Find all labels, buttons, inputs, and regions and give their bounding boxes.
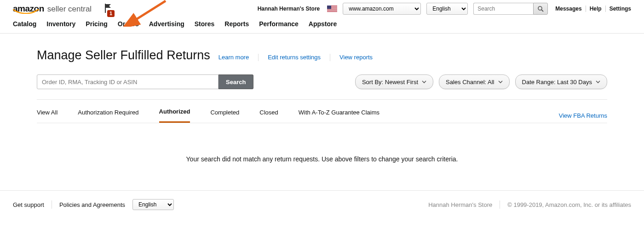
- marketplace-select[interactable]: www.amazon.com: [343, 3, 421, 15]
- settings-link[interactable]: Settings: [610, 6, 631, 12]
- nav-stores[interactable]: Stores: [195, 20, 215, 28]
- sort-by-dropdown[interactable]: Sort By: Newest First: [355, 74, 433, 89]
- tab-closed[interactable]: Closed: [259, 109, 278, 122]
- help-link[interactable]: Help: [590, 6, 602, 12]
- top-bar: amazon seller central 1 Hannah Herman's …: [0, 0, 644, 16]
- separator: [258, 54, 259, 61]
- separator: [330, 54, 330, 61]
- footer-copyright: © 1999-2019, Amazon.com, Inc. or its aff…: [507, 201, 631, 208]
- store-name: Hannah Herman's Store: [258, 6, 320, 12]
- nav-advertising[interactable]: Advertising: [149, 20, 184, 28]
- nav-inventory[interactable]: Inventory: [46, 20, 75, 28]
- global-search-input[interactable]: [473, 3, 533, 15]
- separator: [52, 200, 52, 209]
- date-range-label: Date Range: Last 30 Days: [522, 79, 592, 86]
- page-content: Manage Seller Fulfilled Returns Learn mo…: [18, 34, 626, 186]
- nav-reports[interactable]: Reports: [224, 20, 249, 28]
- learn-more-link[interactable]: Learn more: [218, 54, 249, 61]
- status-tabs: View All Authorization Required Authoriz…: [37, 100, 607, 123]
- tab-view-all[interactable]: View All: [37, 109, 58, 122]
- svg-rect-6: [327, 9, 337, 10]
- sales-channel-label: Sales Channel: All: [446, 79, 494, 86]
- chevron-down-icon: [422, 80, 426, 84]
- nav-catalog[interactable]: Catalog: [13, 20, 36, 28]
- sales-channel-dropdown[interactable]: Sales Channel: All: [439, 74, 510, 89]
- svg-rect-0: [105, 4, 106, 13]
- language-select[interactable]: English: [426, 3, 468, 15]
- get-support-link[interactable]: Get support: [13, 201, 44, 208]
- returns-search-input[interactable]: [37, 74, 218, 89]
- page-title: Manage Seller Fulfilled Returns: [37, 48, 210, 63]
- notification-flag[interactable]: 1: [104, 3, 112, 13]
- seller-central-logo[interactable]: amazon seller central: [13, 4, 92, 14]
- chevron-down-icon: [498, 80, 503, 84]
- global-search-button[interactable]: [533, 3, 548, 15]
- page-header: Manage Seller Fulfilled Returns Learn mo…: [37, 48, 607, 63]
- view-fba-returns-link[interactable]: View FBA Returns: [559, 112, 607, 119]
- separator: [605, 6, 606, 12]
- footer-store-name: Hannah Herman's Store: [428, 201, 492, 208]
- empty-results-message: Your search did not match any return req…: [37, 123, 607, 186]
- primary-nav: Catalog Inventory Pricing Orders Adverti…: [0, 16, 644, 34]
- nav-pricing[interactable]: Pricing: [86, 20, 107, 28]
- svg-point-10: [538, 6, 542, 10]
- svg-line-11: [541, 10, 543, 11]
- returns-search-button[interactable]: Search: [218, 74, 253, 89]
- locale-flag-icon: [327, 6, 337, 12]
- policies-link[interactable]: Policies and Agreements: [59, 201, 125, 208]
- logo-sellercentral-text: seller central: [47, 5, 92, 14]
- tab-authorization-required[interactable]: Authorization Required: [78, 109, 138, 122]
- chevron-down-icon: [596, 80, 600, 84]
- tab-a-to-z[interactable]: With A-To-Z Guarantee Claims: [299, 109, 380, 122]
- global-search: [473, 3, 548, 15]
- messages-link[interactable]: Messages: [555, 6, 581, 12]
- footer-language-select[interactable]: English: [132, 199, 174, 210]
- top-utility-links: Messages Help Settings: [555, 6, 631, 12]
- nav-orders[interactable]: Orders: [118, 20, 139, 28]
- tab-completed[interactable]: Completed: [210, 109, 239, 122]
- separator: [500, 200, 500, 209]
- svg-rect-8: [327, 11, 337, 11]
- filter-row: Search Sort By: Newest First Sales Chann…: [37, 74, 607, 89]
- svg-rect-7: [327, 10, 337, 11]
- separator: [586, 6, 586, 12]
- nav-performance[interactable]: Performance: [259, 20, 299, 28]
- search-icon: [538, 6, 544, 12]
- svg-rect-9: [327, 6, 331, 9]
- date-range-dropdown[interactable]: Date Range: Last 30 Days: [515, 74, 607, 89]
- notification-count: 1: [107, 10, 115, 17]
- returns-search: Search: [37, 74, 253, 89]
- view-reports-link[interactable]: View reports: [339, 54, 373, 61]
- sort-by-label: Sort By: Newest First: [362, 79, 418, 86]
- nav-appstore[interactable]: Appstore: [309, 20, 337, 28]
- footer: Get support Policies and Agreements Engl…: [0, 190, 644, 218]
- tab-authorized[interactable]: Authorized: [159, 108, 190, 123]
- edit-returns-settings-link[interactable]: Edit returns settings: [268, 54, 321, 61]
- amazon-smile-icon: [13, 9, 40, 14]
